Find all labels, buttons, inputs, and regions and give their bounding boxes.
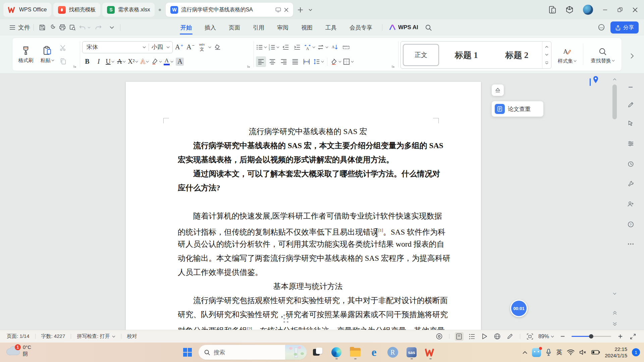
ribbon-tab-tools[interactable]: 工具 xyxy=(324,19,338,36)
clock[interactable]: 22:15 2024/1/15 xyxy=(605,346,627,359)
font-size-select[interactable]: 小四 xyxy=(152,43,166,51)
clipboard-dialog-launcher[interactable] xyxy=(73,65,76,68)
char-scaling-button[interactable]: A xyxy=(304,42,315,53)
collapse-panel-button[interactable] xyxy=(492,84,504,96)
style-set-button[interactable]: A 样式集 xyxy=(555,45,580,64)
ribbon-expand-chevron[interactable] xyxy=(627,50,637,62)
task-view-button[interactable] xyxy=(310,344,325,360)
align-center-button[interactable] xyxy=(267,56,277,67)
ribbon-tab-page[interactable]: 页面 xyxy=(227,19,241,36)
highlight-button[interactable] xyxy=(151,56,162,67)
web-layout-icon[interactable] xyxy=(493,332,502,341)
fit-page-icon[interactable] xyxy=(526,332,534,341)
italic-button[interactable]: I xyxy=(94,56,104,67)
style-gallery-up[interactable] xyxy=(545,46,548,48)
read-mode-icon[interactable] xyxy=(480,332,489,341)
pen-tool-icon[interactable] xyxy=(626,100,635,109)
paragraph-drag-handle[interactable] xyxy=(283,314,288,323)
ribbon-tab-review[interactable]: 审阅 xyxy=(276,19,290,36)
volume-muted-icon[interactable] xyxy=(579,349,587,355)
format-painter-button[interactable]: 格式刷 xyxy=(15,43,37,64)
align-right-button[interactable] xyxy=(279,56,289,67)
edge-browser-button[interactable] xyxy=(329,344,344,360)
tab-close-icon[interactable] xyxy=(284,8,288,12)
weather-widget[interactable]: 1 0°C 阴 xyxy=(5,344,31,357)
undo-caret[interactable] xyxy=(88,26,91,28)
wps-button[interactable] xyxy=(423,344,438,360)
font-size-caret[interactable] xyxy=(166,46,170,48)
print-preview-icon[interactable] xyxy=(67,22,77,33)
export-icon[interactable] xyxy=(47,22,57,33)
font-name-select[interactable]: 宋体 xyxy=(83,43,143,51)
ribbon-tab-home[interactable]: 开始 xyxy=(179,19,193,36)
underline-button[interactable]: U xyxy=(105,56,115,67)
strikethrough-button[interactable]: A xyxy=(116,56,126,67)
more-commands-caret[interactable] xyxy=(107,22,117,33)
scrollbar-thumb[interactable] xyxy=(612,84,617,119)
tab-settings-button[interactable] xyxy=(341,42,351,53)
more-tools-icon[interactable] xyxy=(626,239,635,249)
app-cube-icon[interactable] xyxy=(566,6,574,14)
paper-check-button[interactable]: 论文查重 xyxy=(492,101,543,117)
zoom-slider[interactable] xyxy=(572,336,611,337)
wifi-icon[interactable] xyxy=(567,349,575,355)
ime-indicator[interactable]: 英 xyxy=(556,348,562,356)
home-tab[interactable]: WPS Office xyxy=(3,3,51,17)
increase-font-button[interactable]: A+ xyxy=(174,42,184,53)
new-tab-button[interactable] xyxy=(295,5,305,15)
print-icon[interactable] xyxy=(57,22,67,33)
close-window-icon[interactable] xyxy=(632,7,638,13)
sas-button[interactable]: sas xyxy=(404,344,419,360)
ribbon-tab-view[interactable]: 视图 xyxy=(300,19,314,36)
share-button[interactable]: 分享 xyxy=(610,21,639,34)
collaboration-icon[interactable] xyxy=(596,22,606,33)
cut-button[interactable] xyxy=(58,43,68,53)
restore-icon[interactable] xyxy=(617,7,623,13)
location-pin-icon[interactable] xyxy=(592,76,599,84)
word-count[interactable]: 字数: 4227 xyxy=(41,333,65,340)
tab-document-active[interactable]: W 流行病学研究中基线表格的SA xyxy=(166,3,293,17)
font-name-caret[interactable] xyxy=(143,46,146,48)
zoom-slider-thumb[interactable] xyxy=(589,334,593,339)
save-icon[interactable] xyxy=(37,22,47,33)
ribbon-tab-member[interactable]: 会员专享 xyxy=(348,19,374,36)
copy-button[interactable] xyxy=(58,56,68,67)
sidebar-collapse-icon[interactable] xyxy=(626,82,635,92)
decrease-font-button[interactable]: A− xyxy=(185,42,196,53)
find-replace-button[interactable]: 查找替换 xyxy=(587,45,619,64)
line-spacing-button[interactable] xyxy=(313,56,324,67)
zoom-in-icon[interactable] xyxy=(616,332,625,341)
tab-spreadsheet[interactable]: S 需求表格.xlsx xyxy=(102,3,155,17)
file-explorer-button[interactable] xyxy=(347,344,363,360)
text-effects-button[interactable]: A xyxy=(140,56,150,67)
microphone-icon[interactable] xyxy=(546,349,551,356)
notification-badge[interactable]: 1 xyxy=(632,348,640,356)
font-dialog-launcher[interactable] xyxy=(247,65,250,68)
tray-expand-chevron[interactable] xyxy=(523,351,527,354)
clear-format-button[interactable] xyxy=(213,42,223,53)
font-color-button[interactable]: A xyxy=(163,56,173,67)
sort-button[interactable]: A xyxy=(330,42,340,53)
tab-monitor-icon[interactable] xyxy=(275,7,281,12)
write-pen-icon[interactable] xyxy=(506,332,515,341)
pinyin-guide-button[interactable]: wén文 xyxy=(197,42,207,53)
document-text[interactable]: 流行病学研究中基线表格的 SAS 宏流行病学研究中基线表格的 SAS 宏，本文主… xyxy=(178,125,438,330)
shading-button[interactable] xyxy=(330,56,341,67)
numbered-list-button[interactable]: 123 xyxy=(268,42,279,53)
outline-view-icon[interactable] xyxy=(468,332,476,341)
ribbon-tab-reference[interactable]: 引用 xyxy=(252,19,266,36)
pinyin-caret[interactable] xyxy=(208,46,211,48)
help-icon[interactable]: ? xyxy=(626,220,635,229)
select-tool-icon[interactable] xyxy=(626,119,635,128)
e-app-button[interactable]: e xyxy=(366,344,382,360)
tools-wrench-icon[interactable] xyxy=(626,179,635,188)
borders-button[interactable] xyxy=(343,56,354,67)
paste-button[interactable]: 粘贴 xyxy=(37,43,58,64)
start-button[interactable] xyxy=(180,344,195,360)
style-gallery-down[interactable] xyxy=(545,54,548,56)
justify-button[interactable] xyxy=(290,56,300,67)
style-gallery-expand[interactable] xyxy=(545,61,548,64)
page-view-icon[interactable] xyxy=(455,332,464,341)
document-page[interactable]: 流行病学研究中基线表格的 SAS 宏流行病学研究中基线表格的 SAS 宏，本文主… xyxy=(126,82,481,330)
spell-check-toggle[interactable]: 拼写检查: 打开 xyxy=(77,333,115,340)
